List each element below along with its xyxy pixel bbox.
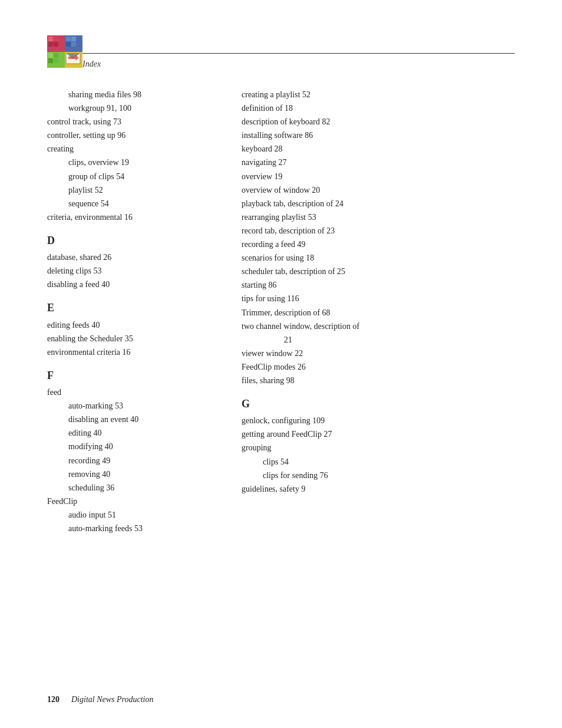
svg-rect-15 [54, 58, 58, 63]
svg-rect-8 [66, 37, 71, 41]
entry: controller, setting up 96 [47, 129, 224, 142]
section-d: D database, shared 26 deleting clips 53 … [47, 233, 224, 291]
entry: auto-marking 53 [47, 399, 224, 413]
entry: two channel window, description of [242, 319, 515, 333]
entry: description of keyboard 82 [242, 115, 515, 129]
footer: 120 Digital News Production [47, 695, 515, 704]
svg-rect-6 [48, 42, 53, 47]
entry: starting 86 [242, 278, 515, 292]
entry: record tab, description of 23 [242, 224, 515, 238]
entry: workgroup 91, 100 [47, 101, 224, 115]
section-letter-d: D [47, 233, 224, 248]
entry: overview 19 [242, 170, 515, 183]
entry: grouping [242, 441, 515, 454]
entry: recording 49 [47, 454, 224, 467]
entry: navigating 27 [242, 156, 515, 169]
entry: Trimmer, description of 68 [242, 306, 515, 319]
section-letter-g: G [242, 397, 515, 411]
entry: 21 [242, 333, 515, 347]
entry: keyboard 28 [242, 142, 515, 156]
entry: guidelines, safety 9 [242, 482, 515, 496]
entry: database, shared 26 [47, 251, 224, 264]
entry: files, sharing 98 [242, 374, 515, 387]
svg-rect-9 [71, 37, 76, 41]
svg-rect-13 [54, 53, 58, 58]
entry: modifying 40 [47, 440, 224, 453]
entry: rearranging playlist 53 [242, 210, 515, 224]
entry: group of clips 54 [47, 170, 224, 183]
entry: editing feeds 40 [47, 318, 224, 332]
entry: removing 40 [47, 467, 224, 481]
page: Index sharing media files 98 workgroup 9… [0, 0, 562, 728]
entry: auto-marking feeds 53 [47, 522, 224, 535]
svg-rect-12 [48, 53, 53, 58]
svg-rect-4 [48, 37, 53, 41]
entry: recording a feed 49 [242, 238, 515, 251]
svg-rect-14 [48, 58, 53, 63]
header-right: Index [82, 35, 515, 69]
entry: sharing media files 98 [47, 88, 224, 101]
entry: getting around FeedClip 27 [242, 427, 515, 441]
entry: enabling the Scheduler 35 [47, 332, 224, 345]
footer-title: Digital News Production [71, 695, 153, 704]
entry: FeedClip modes 26 [242, 360, 515, 374]
svg-rect-5 [54, 37, 58, 41]
entry: creating [47, 142, 224, 156]
index-label: Index [82, 60, 515, 69]
entry: overview of window 20 [242, 183, 515, 197]
section-g: G genlock, configuring 109 getting aroun… [242, 397, 515, 496]
entry: deleting clips 53 [47, 264, 224, 278]
svg-rect-10 [66, 42, 71, 47]
entry: disabling an event 40 [47, 413, 224, 426]
header-divider [82, 53, 515, 54]
entry: scenarios for using 18 [242, 251, 515, 265]
entry: scheduler tab, description of 25 [242, 265, 515, 278]
section-letter-e: E [47, 301, 224, 315]
header-area: Index [47, 35, 515, 70]
entry: control track, using 73 [47, 115, 224, 129]
left-column: sharing media files 98 workgroup 91, 100… [47, 88, 236, 535]
section-f: F feed auto-marking 53 disabling an even… [47, 368, 224, 535]
entry: editing 40 [47, 426, 224, 440]
section-letter-f: F [47, 368, 224, 383]
entry: clips for sending 76 [242, 469, 515, 482]
entry: genlock, configuring 109 [242, 414, 515, 427]
content-area: sharing media files 98 workgroup 91, 100… [47, 88, 515, 535]
right-column: creating a playlist 52 definition of 18 … [236, 88, 515, 535]
entry: sequence 54 [47, 197, 224, 210]
entry: clips 54 [242, 455, 515, 469]
entry: audio input 51 [47, 508, 224, 522]
entry: FeedClip [47, 495, 224, 508]
svg-rect-11 [71, 42, 76, 47]
entry: scheduling 36 [47, 481, 224, 495]
entry: environmental criteria 16 [47, 345, 224, 359]
footer-page-number: 120 [47, 695, 59, 704]
entry: clips, overview 19 [47, 156, 224, 169]
entry: playback tab, description of 24 [242, 197, 515, 210]
entry: definition of 18 [242, 101, 515, 115]
entry: disabling a feed 40 [47, 278, 224, 291]
entry: feed [47, 386, 224, 399]
entry: viewer window 22 [242, 347, 515, 360]
entry: tips for using 116 [242, 292, 515, 305]
entry: playlist 52 [47, 183, 224, 197]
entry: creating a playlist 52 [242, 88, 515, 101]
logo [47, 35, 82, 70]
entry: criteria, environmental 16 [47, 210, 224, 224]
entry: installing software 86 [242, 129, 515, 142]
svg-rect-7 [54, 42, 58, 47]
section-e: E editing feeds 40 enabling the Schedule… [47, 301, 224, 358]
